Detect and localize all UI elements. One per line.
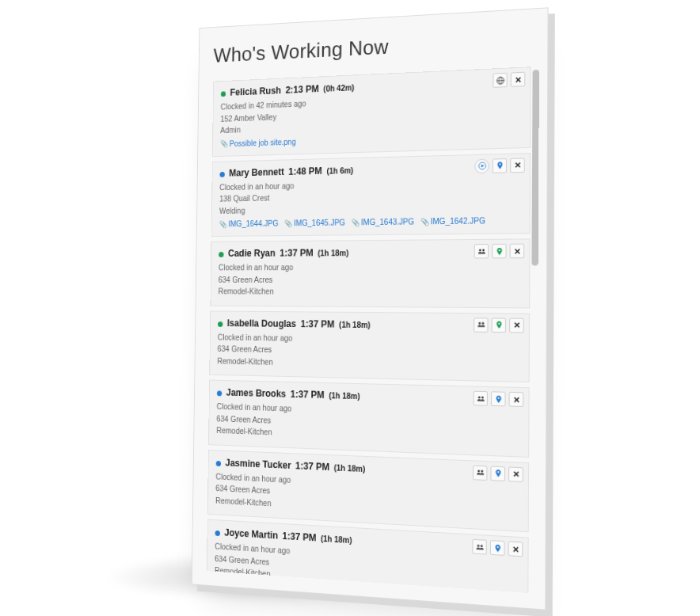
attachment-name: IMG_1643.JPG <box>361 217 414 226</box>
clock-in-time: 1:37 PM <box>283 530 317 544</box>
worker-entry: Cadie Ryan1:37 PM(1h 18m)Clocked in an h… <box>210 238 530 308</box>
status-dot <box>219 252 223 257</box>
entry-list: Felicia Rush2:13 PM(0h 42m)Clocked in 42… <box>207 67 531 593</box>
map-pin-icon <box>493 469 502 478</box>
attachment-link[interactable]: 📎IMG_1644.JPG <box>219 219 279 229</box>
close-icon-button[interactable] <box>509 392 524 407</box>
close-icon-button[interactable] <box>508 541 523 557</box>
paperclip-icon: 📎 <box>352 219 360 226</box>
close-icon-button[interactable] <box>511 72 526 87</box>
map-pin-icon-button[interactable] <box>492 318 507 333</box>
duration: (1h 18m) <box>334 463 366 473</box>
map-pin-icon-button[interactable] <box>493 158 507 173</box>
group-icon-button[interactable] <box>472 539 487 555</box>
paperclip-icon: 📎 <box>219 220 227 228</box>
entry-actions <box>493 72 525 88</box>
close-icon-button[interactable] <box>510 244 525 259</box>
worker-name: Joyce Martin <box>224 527 278 542</box>
map-pin-icon-button[interactable] <box>490 540 505 556</box>
duration: (1h 18m) <box>318 249 348 257</box>
close-icon-button[interactable] <box>509 318 524 333</box>
clock-in-time: 1:37 PM <box>280 248 314 259</box>
worker-name: Cadie Ryan <box>228 248 276 259</box>
group-icon-button[interactable] <box>474 318 488 333</box>
map-pin-icon <box>493 543 501 553</box>
svg-point-25 <box>477 470 480 472</box>
map-pin-icon-button[interactable] <box>490 466 505 481</box>
entry-actions <box>474 391 524 407</box>
status-dot <box>219 171 224 177</box>
group-icon <box>476 468 485 477</box>
group-icon <box>477 320 485 329</box>
svg-point-30 <box>477 544 479 546</box>
attachment-link[interactable]: 📎IMG_1645.JPG <box>284 219 345 228</box>
group-icon <box>477 247 485 256</box>
close-icon <box>512 395 520 405</box>
worker-entry: Joyce Martin1:37 PM(1h 18m)Clocked in an… <box>207 519 529 593</box>
duration: (1h 18m) <box>329 391 360 401</box>
close-icon <box>512 321 521 330</box>
map-pin-icon-button[interactable] <box>491 391 506 406</box>
globe-icon-button[interactable] <box>493 73 507 88</box>
entry-actions <box>474 158 524 173</box>
attachment-link[interactable]: 📎Possible job site.png <box>220 137 296 148</box>
worker-entry: Mary Bennett1:48 PM(1h 6m)Clocked in an … <box>211 153 531 237</box>
worker-entry: Isabella Douglas1:37 PM(1h 18m)Clocked i… <box>209 310 530 382</box>
scrollbar-thumb[interactable] <box>531 70 538 266</box>
entry-meta: Clocked in an hour ago634 Green AcresRem… <box>218 260 521 298</box>
close-icon <box>512 246 521 255</box>
map-pin-icon-button[interactable] <box>492 244 507 259</box>
group-icon <box>475 542 484 552</box>
close-icon <box>513 74 522 84</box>
clocked-text: Clocked in an hour ago <box>219 260 521 273</box>
attachment-name: Possible job site.png <box>230 137 296 147</box>
entry-actions <box>474 244 524 259</box>
clock-in-time: 2:13 PM <box>285 83 318 95</box>
svg-point-31 <box>480 544 482 546</box>
entry-meta: Clocked in an hour ago634 Green AcresRem… <box>216 401 520 448</box>
attachment-name: IMG_1644.JPG <box>228 219 278 228</box>
close-icon <box>513 161 522 170</box>
close-icon-button[interactable] <box>508 466 523 482</box>
status-dot <box>218 321 223 327</box>
paperclip-icon: 📎 <box>220 140 228 148</box>
svg-point-11 <box>482 249 485 251</box>
attachment-link[interactable]: 📎IMG_1642.JPG <box>420 216 485 226</box>
panel-title: Who's Working Now <box>213 27 531 67</box>
svg-point-10 <box>478 249 481 251</box>
globe-icon <box>496 75 504 85</box>
svg-point-26 <box>481 470 483 473</box>
group-icon-button[interactable] <box>473 465 487 480</box>
close-icon <box>511 544 519 553</box>
group-icon-button[interactable] <box>474 244 489 259</box>
duration: (1h 18m) <box>321 534 352 545</box>
worker-name: Isabella Douglas <box>227 318 296 329</box>
paperclip-icon: 📎 <box>284 219 292 227</box>
map-pin-icon <box>495 246 504 255</box>
svg-point-15 <box>478 322 481 325</box>
close-icon-button[interactable] <box>510 158 525 173</box>
map-pin-icon <box>494 394 503 404</box>
worker-name: Jasmine Tucker <box>225 457 291 470</box>
entry-actions <box>473 465 523 481</box>
clock-in-time: 1:37 PM <box>291 389 325 401</box>
location-text: 634 Green Acres <box>219 273 521 286</box>
entry-actions <box>474 318 524 333</box>
status-dot <box>216 460 221 466</box>
working-now-panel: Who's Working Now Felicia Rush2:13 PM(0h… <box>192 7 549 610</box>
status-dot <box>221 91 226 97</box>
svg-point-20 <box>477 396 480 398</box>
status-dot <box>215 530 220 536</box>
svg-point-21 <box>481 396 483 398</box>
attachment-name: IMG_1642.JPG <box>431 216 485 226</box>
duration: (1h 6m) <box>326 166 353 176</box>
play-icon-button[interactable] <box>474 158 489 173</box>
status-dot <box>217 390 222 396</box>
entry-meta: Clocked in an hour ago634 Green AcresRem… <box>217 331 520 373</box>
attachment-link[interactable]: 📎IMG_1643.JPG <box>351 217 414 226</box>
svg-marker-6 <box>481 164 483 167</box>
worker-name: James Brooks <box>226 387 287 400</box>
play-icon <box>477 162 486 170</box>
group-icon-button[interactable] <box>474 391 488 406</box>
attachment-name: IMG_1645.JPG <box>294 219 345 228</box>
